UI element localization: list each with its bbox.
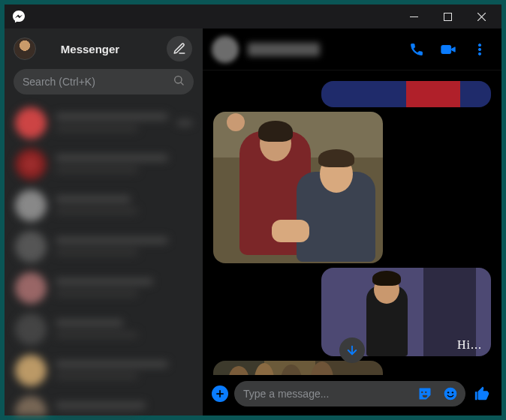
main-content: Messenger [5,28,501,416]
gif-caption: Hi... [457,338,482,352]
conversation-pane: Hi... [203,28,501,416]
chat-list-item[interactable] [9,143,198,184]
chat-list-item[interactable] [9,226,198,267]
minimize-button[interactable] [397,5,431,28]
svg-point-4 [478,48,480,50]
chat-list-item[interactable] [9,184,198,226]
search-field[interactable] [14,69,194,94]
chat-list-item[interactable] [9,391,198,416]
svg-rect-0 [444,13,452,20]
compose-button[interactable] [167,36,192,62]
app-window: Messenger [5,4,501,416]
chat-list-item[interactable] [9,350,198,391]
svg-point-1 [175,76,182,83]
like-button[interactable] [471,383,492,404]
gif-attachment[interactable] [213,112,383,263]
voice-call-button[interactable] [404,37,429,62]
video-call-button[interactable] [435,37,461,62]
message-input-container[interactable] [234,381,465,406]
close-button[interactable] [465,5,498,28]
gif-attachment[interactable] [321,81,491,107]
emoji-button[interactable] [440,383,461,404]
chat-list-item[interactable] [9,267,198,308]
add-attachment-button[interactable] [212,386,228,402]
sticker-button[interactable] [414,383,435,404]
gif-attachment[interactable] [213,361,383,375]
chat-list[interactable] [5,102,203,416]
scroll-to-bottom-button[interactable] [339,338,365,363]
messenger-logo-icon [12,10,26,23]
svg-rect-2 [441,45,451,53]
search-container [5,69,203,102]
contact-name[interactable] [248,43,320,56]
chat-list-item[interactable] [9,308,198,350]
sidebar-header: Messenger [5,28,203,69]
conversation-info-button[interactable] [467,37,492,62]
conversation-header [203,28,501,70]
message-composer [203,375,501,416]
svg-point-6 [444,388,457,400]
message-bubble[interactable] [213,112,491,263]
titlebar [5,4,501,28]
svg-point-8 [452,392,453,393]
contact-avatar[interactable] [212,36,239,63]
message-input[interactable] [243,388,410,400]
svg-point-7 [447,392,449,393]
message-list[interactable]: Hi... [203,70,501,375]
maximize-button[interactable] [431,5,465,28]
sidebar: Messenger [5,28,203,416]
search-icon [173,74,185,89]
svg-point-5 [478,52,480,55]
app-title: Messenger [21,43,159,56]
search-input[interactable] [23,76,167,88]
chat-list-item[interactable] [9,102,198,143]
svg-point-3 [478,44,480,46]
message-bubble[interactable] [213,81,491,107]
